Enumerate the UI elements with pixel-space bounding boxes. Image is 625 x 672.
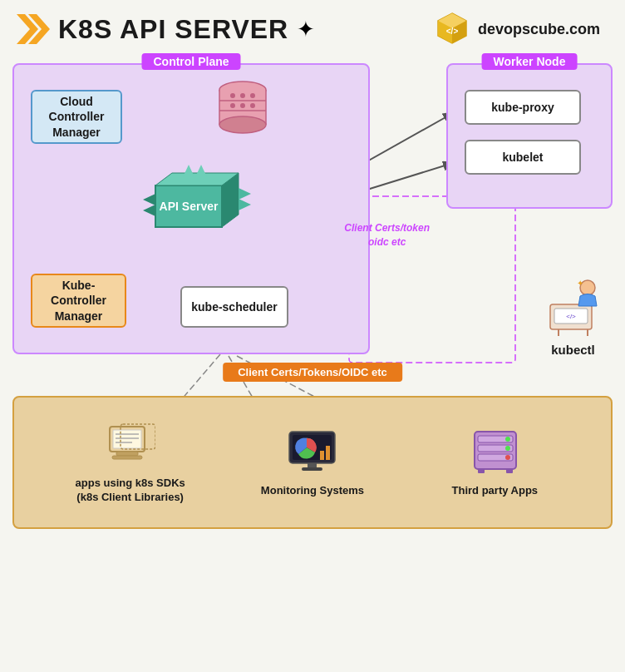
monitoring-icon [285, 427, 339, 477]
svg-marker-38 [143, 194, 155, 205]
svg-point-31 [250, 93, 255, 98]
kube-controller-manager: Kube-ControllerManager [31, 274, 126, 328]
api-server-container: API Server [143, 165, 251, 240]
kubectl-label: kubectl [551, 343, 595, 357]
client-certs-inner-label: Client Certs/token oidc etc [344, 221, 430, 250]
sdk-apps-item: apps using k8s SDKs(k8s Client Libraries… [64, 420, 197, 505]
monitoring-label: Monitoring Systems [261, 484, 364, 498]
svg-marker-42 [183, 165, 194, 177]
svg-marker-40 [239, 188, 251, 200]
control-plane-box: Control Plane Cloud ControllerManager [12, 63, 370, 354]
client-certs-banner: Client Certs/Tokens/OIDC etc [223, 363, 402, 382]
worker-node-box: Worker Node kube-proxy kubelet [446, 63, 613, 209]
svg-marker-43 [195, 165, 207, 177]
kubectl-person-icon: </> ✦ [542, 279, 604, 338]
kube-proxy-label: kube-proxy [491, 101, 554, 114]
domain-label: devopscube.com [478, 21, 600, 38]
svg-text:</>: </> [566, 313, 576, 320]
svg-rect-58 [112, 456, 142, 459]
kube-scheduler: kube-scheduler [180, 286, 288, 328]
svg-rect-75 [506, 469, 513, 473]
worker-node-label: Worker Node [482, 53, 578, 70]
monitoring-item: Monitoring Systems [246, 427, 379, 498]
svg-text:✦: ✦ [577, 279, 583, 288]
svg-rect-57 [116, 452, 138, 456]
bottom-apps-row: apps using k8s SDKs(k8s Client Libraries… [12, 396, 613, 529]
svg-marker-39 [143, 205, 155, 216]
svg-rect-65 [308, 463, 317, 467]
page-title: K8S API SERVER [58, 14, 288, 45]
diagram: Control Plane Cloud ControllerManager [12, 55, 613, 662]
svg-point-72 [505, 446, 510, 451]
kubelet-label: kubelet [502, 151, 543, 164]
etcd-container [214, 77, 272, 144]
sdk-apps-label: apps using k8s SDKs(k8s Client Libraries… [76, 477, 185, 505]
apps-sdk-icon [106, 420, 155, 470]
svg-rect-74 [478, 469, 485, 473]
svg-marker-41 [239, 199, 251, 210]
kubectl-container: </> ✦ kubectl [542, 279, 604, 357]
svg-point-26 [219, 116, 266, 133]
svg-rect-63 [320, 451, 324, 460]
kube-scheduler-label: kube-scheduler [191, 300, 277, 314]
logo-area: </> devopscube.com [433, 10, 600, 48]
kubelet: kubelet [465, 140, 581, 175]
spark-decoration: ✦ [297, 17, 315, 42]
third-party-item: Third party Apps [428, 427, 561, 498]
cloud-controller-label: Cloud ControllerManager [39, 94, 114, 140]
api-server-icon: API Server [143, 165, 251, 240]
cube-icon: </> [433, 10, 471, 48]
svg-text:</>: </> [446, 27, 459, 36]
kube-proxy: kube-proxy [465, 90, 581, 125]
svg-point-30 [240, 93, 245, 98]
svg-point-73 [505, 455, 510, 460]
page-container: K8S API SERVER ✦ </> devopscube.com [0, 0, 625, 662]
third-party-label: Third party Apps [452, 484, 539, 498]
svg-point-32 [230, 103, 235, 108]
third-party-icon [468, 427, 522, 477]
svg-rect-66 [302, 467, 322, 471]
chevron-icon [17, 14, 50, 44]
header: K8S API SERVER ✦ </> devopscube.com [0, 0, 625, 55]
cloud-controller-manager: Cloud ControllerManager [31, 90, 122, 144]
svg-rect-64 [326, 446, 330, 460]
control-plane-label: Control Plane [141, 53, 240, 70]
etcd-icon [216, 77, 270, 140]
svg-rect-53 [113, 430, 141, 448]
svg-point-29 [230, 93, 235, 98]
title-area: K8S API SERVER ✦ [17, 14, 315, 45]
svg-point-71 [505, 437, 510, 442]
svg-point-34 [250, 103, 255, 108]
svg-point-33 [240, 103, 245, 108]
kube-controller-label: Kube-ControllerManager [39, 278, 118, 324]
svg-text:API Server: API Server [160, 200, 219, 213]
